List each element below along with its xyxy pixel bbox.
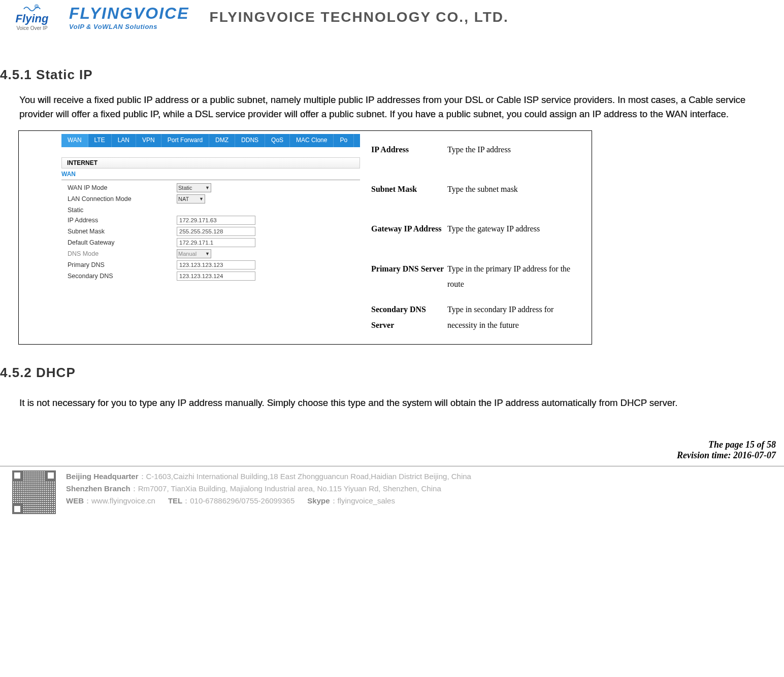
tab-lan[interactable]: LAN bbox=[112, 134, 136, 147]
desc-sdns-term: Secondary DNS Server bbox=[371, 302, 447, 333]
logo2-top: FLYINGVOICE bbox=[69, 4, 189, 23]
tab-dmz[interactable]: DMZ bbox=[209, 134, 235, 147]
hq-address: C-1603,Caizhi International Building,18 … bbox=[146, 472, 471, 481]
sz-address: Rm7007, TianXia Building, Majialong Indu… bbox=[138, 484, 441, 493]
wan-header: WAN bbox=[61, 170, 360, 180]
tab-wan[interactable]: WAN bbox=[61, 134, 88, 147]
ip-address-label: IP Address bbox=[68, 217, 177, 224]
ip-address-input[interactable]: 172.29.171.63 bbox=[177, 216, 255, 225]
section-dhcp-title: 4.5.2 DHCP bbox=[0, 365, 784, 381]
wan-ip-mode-label: WAN IP Mode bbox=[68, 184, 177, 191]
tab-ddns[interactable]: DDNS bbox=[235, 134, 265, 147]
tab-mac-clone[interactable]: MAC Clone bbox=[290, 134, 334, 147]
web-label: WEB bbox=[66, 496, 84, 505]
tab-qos[interactable]: QoS bbox=[265, 134, 290, 147]
footer-contact: Beijing Headquarter：C-1603,Caizhi Intern… bbox=[66, 470, 471, 507]
tel-value: 010-67886296/0755-26099365 bbox=[190, 496, 295, 505]
dns-mode-label: DNS Mode bbox=[68, 250, 177, 257]
desc-ip-val: Type the IP address bbox=[447, 142, 583, 157]
tab-lte[interactable]: LTE bbox=[88, 134, 112, 147]
default-gateway-input[interactable]: 172.29.171.1 bbox=[177, 238, 255, 247]
tab-port-forward[interactable]: Port Forward bbox=[161, 134, 209, 147]
logo-flyingvoice-solutions: FLYINGVOICE VoIP & VoWLAN Solutions bbox=[69, 4, 189, 30]
logo2-bottom: VoIP & VoWLAN Solutions bbox=[69, 23, 189, 30]
internet-header: INTERNET bbox=[61, 157, 360, 168]
default-gateway-label: Default Gateway bbox=[68, 239, 177, 246]
sz-label: Shenzhen Branch bbox=[66, 484, 130, 493]
section-dhcp-body: It is not necessary for you to type any … bbox=[0, 396, 784, 410]
tab-vpn[interactable]: VPN bbox=[136, 134, 161, 147]
desc-pdns-val: Type in the primary IP address for the r… bbox=[447, 261, 583, 292]
lan-conn-select[interactable]: NAT▼ bbox=[177, 194, 205, 204]
static-subheader: Static bbox=[68, 205, 354, 215]
logo1-text: Flying bbox=[16, 12, 49, 25]
logo-flying-voice: Flying Voice Over IP bbox=[0, 2, 64, 32]
router-tabs: WAN LTE LAN VPN Port Forward DMZ DDNS Qo… bbox=[61, 134, 360, 147]
primary-dns-label: Primary DNS bbox=[68, 261, 177, 268]
tab-po[interactable]: Po bbox=[334, 134, 354, 147]
primary-dns-input[interactable]: 123.123.123.123 bbox=[177, 260, 255, 269]
wave-icon bbox=[23, 4, 41, 12]
bottom-footer: Beijing Headquarter：C-1603,Caizhi Intern… bbox=[0, 466, 784, 519]
secondary-dns-input[interactable]: 123.123.123.124 bbox=[177, 272, 255, 281]
logo1-sub: Voice Over IP bbox=[16, 25, 47, 31]
chevron-down-icon: ▼ bbox=[205, 185, 210, 190]
subnet-mask-label: Subnet Mask bbox=[68, 228, 177, 235]
desc-mask-term: Subnet Mask bbox=[371, 182, 447, 197]
web-value: www.flyingvoice.cn bbox=[91, 496, 155, 505]
dns-mode-select[interactable]: Manual▼ bbox=[177, 249, 211, 258]
skype-value: flyingvoice_sales bbox=[338, 496, 395, 505]
desc-pdns-term: Primary DNS Server bbox=[371, 261, 447, 292]
page-footer: The page 15 of 58 Revision time: 2016-07… bbox=[0, 419, 784, 465]
wan-form: WAN IP Mode Static▼ LAN Connection Mode … bbox=[61, 180, 354, 287]
screenshot-box: WAN LTE LAN VPN Port Forward DMZ DDNS Qo… bbox=[18, 130, 592, 345]
hq-label: Beijing Headquarter bbox=[66, 472, 139, 481]
revision-time: Revision time: 2016-07-07 bbox=[0, 450, 776, 461]
company-name: FLYINGVOICE TECHNOLOGY CO., LTD. bbox=[210, 9, 509, 25]
skype-label: Skype bbox=[307, 496, 330, 505]
desc-gw-val: Type the gateway IP address bbox=[447, 221, 583, 236]
secondary-dns-label: Secondary DNS bbox=[68, 273, 177, 280]
router-screenshot: WAN LTE LAN VPN Port Forward DMZ DDNS Qo… bbox=[19, 131, 354, 345]
qr-code bbox=[12, 470, 56, 514]
tel-label: TEL bbox=[168, 496, 182, 505]
desc-ip-term: IP Address bbox=[371, 142, 447, 157]
page-number: The page 15 of 58 bbox=[0, 439, 776, 450]
description-column: IP AddressType the IP address Subnet Mas… bbox=[354, 131, 592, 345]
lan-conn-label: LAN Connection Mode bbox=[68, 195, 177, 202]
subnet-mask-input[interactable]: 255.255.255.128 bbox=[177, 227, 255, 236]
wan-ip-mode-select[interactable]: Static▼ bbox=[177, 183, 211, 192]
page-header: Flying Voice Over IP FLYINGVOICE VoIP & … bbox=[0, 0, 784, 37]
chevron-down-icon: ▼ bbox=[199, 196, 204, 201]
section-static-ip-title: 4.5.1 Static IP bbox=[0, 67, 784, 83]
desc-gw-term: Gateway IP Address bbox=[371, 221, 447, 236]
chevron-down-icon: ▼ bbox=[205, 251, 210, 256]
section-static-ip-body: You will receive a fixed public IP addre… bbox=[0, 93, 784, 121]
desc-sdns-val: Type in secondary IP address for necessi… bbox=[447, 302, 583, 333]
desc-mask-val: Type the subnet mask bbox=[447, 182, 583, 197]
